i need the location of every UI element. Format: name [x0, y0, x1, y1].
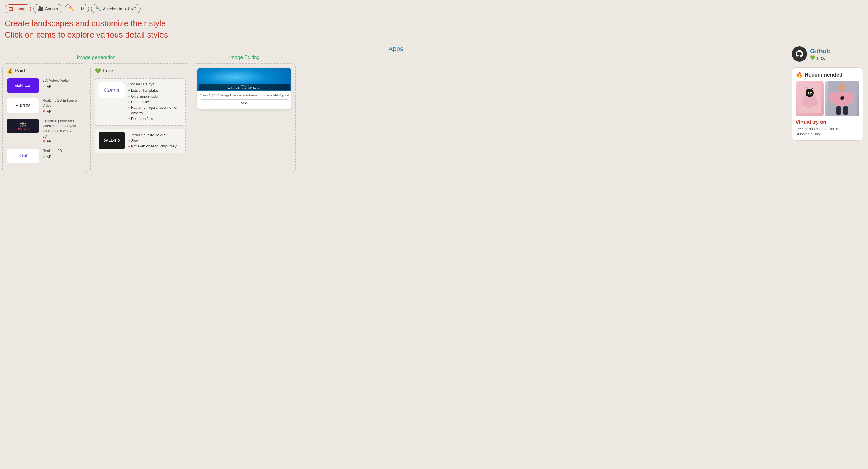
photoai-logo[interactable]: 📸 PHOTO AI	[7, 119, 39, 133]
svg-point-6	[810, 92, 812, 94]
fal-logo[interactable]: ⁘ fal	[7, 149, 39, 163]
image-editing-section: Image Editing Clarity AIAI Image Upscale…	[193, 55, 296, 173]
canva-con-2: −Poor Interface	[128, 116, 182, 122]
free-column: 💚 Free Canva Free for 30 Days +Lo	[90, 63, 190, 173]
editing-inner: Clarity AIAI Image Upscaler & Enhancer C…	[193, 63, 296, 173]
photoai-info: Generate photo and video content for you…	[42, 119, 83, 143]
check-icon: ✓	[42, 85, 45, 89]
nav-llm-label: LLM	[76, 6, 85, 11]
photoai-api-label: API	[46, 139, 52, 143]
clarity-title: Clarity AI | #1 AI Image Upscaler & Enha…	[200, 94, 289, 98]
canva-details: Free for 30 Days +Lots of Templates +Onl…	[128, 82, 182, 122]
github-title: Github	[810, 48, 831, 55]
recommended-header: 🔥 Recommended	[796, 71, 860, 78]
krea-logo[interactable]: ✦ KREA	[7, 98, 39, 113]
nav-image-button[interactable]: 🖼 Image	[5, 4, 31, 13]
krea-api-label: API	[46, 110, 52, 114]
dalle3-con-1: −Terrible quality via API	[128, 132, 182, 138]
check-icon2: ✓	[42, 155, 45, 159]
nav-accelerators-label: Accelerators & VC	[103, 6, 136, 11]
nav-agents-button[interactable]: 🎥 Agents	[33, 4, 62, 13]
canva-text: Canva	[104, 87, 119, 94]
dalle3-con-3: −Not even close to Midjourney	[128, 144, 182, 149]
main-layout: Apps Image generation 💰 Paid	[0, 45, 868, 173]
nav-llm-button[interactable]: ✏️ LLM	[65, 4, 89, 13]
canva-pro-2: +Only simple tools	[128, 94, 182, 99]
fal-api-badge: ✓ API	[42, 155, 83, 159]
github-free-icon: 💚	[810, 55, 815, 60]
dalle3-cons: −Terrible quality via API −Slow −Not eve…	[128, 132, 182, 150]
clarity-banner-label: Clarity AIAI Image Upscaler & Enhancer	[198, 84, 290, 90]
krea-info: Realtime 2D Enhancer Video ✗ API	[42, 98, 83, 114]
paid-header: 💰 Paid	[7, 68, 83, 74]
canva-pro-1: +Lots of Templates	[128, 88, 182, 94]
recommended-label: Recommended	[805, 72, 842, 78]
stability-item: stability.ai 2D, Video, Audio ✓ API	[7, 78, 83, 93]
image-gen-columns: 💰 Paid stability.ai 2D, Video, Audio	[2, 63, 190, 173]
image-generation-title: Image generation	[2, 55, 190, 60]
dalle3-details: −Terrible quality via API −Slow −Not eve…	[128, 132, 182, 150]
photoai-sublabel: 2D	[42, 134, 83, 139]
apps-columns: Image generation 💰 Paid stability.ai	[2, 55, 789, 173]
canva-pro-3: +Community	[128, 99, 182, 105]
clarity-body: Clarity AI | #1 AI Image Upscaler & Enha…	[197, 91, 291, 110]
right-panel: Github 💚 Free 🔥 Recommended	[789, 45, 866, 173]
github-icon[interactable]	[792, 46, 807, 62]
canva-sublabel: Free for 30 Days	[128, 82, 182, 86]
fire-icon: 🔥	[796, 71, 803, 78]
cross-icon2: ✗	[42, 139, 45, 143]
cat-sweater-svg	[798, 84, 822, 114]
image-editing-title: Image Editing	[193, 55, 296, 60]
canva-con-1: −Rather for regular user not for experts	[128, 105, 182, 116]
clarity-image: Clarity AIAI Image Upscaler & Enhancer	[197, 68, 291, 91]
krea-desc: Realtime 2D Enhancer Video	[42, 98, 83, 108]
image-generation-section: Image generation 💰 Paid stability.ai	[2, 55, 190, 173]
clarity-visit-button[interactable]: Visit	[200, 99, 289, 107]
rec-image-left	[796, 81, 824, 116]
krea-item: ✦ KREA Realtime 2D Enhancer Video ✗ API	[7, 98, 83, 114]
apps-section: Apps Image generation 💰 Paid	[2, 45, 789, 173]
svg-rect-12	[836, 106, 841, 115]
nav-agents-label: Agents	[45, 6, 58, 11]
free-header: 💚 Free	[95, 68, 186, 74]
dalle3-card[interactable]: DALL·E 3 −Terrible quality via API −Slow…	[95, 129, 186, 153]
svg-point-2	[806, 89, 814, 97]
free-icon: 💚	[95, 68, 101, 74]
recommended-desc: Free for non-commercial use Stunning qua…	[796, 126, 860, 137]
fal-item: ⁘ fal Realtime 2D ✓ API	[7, 149, 83, 163]
free-label: Free	[103, 68, 113, 74]
svg-rect-13	[843, 106, 848, 115]
agents-icon: 🎥	[38, 6, 43, 11]
photoai-api-badge: ✗ API	[42, 139, 83, 143]
dalle3-logo[interactable]: DALL·E 3	[98, 132, 125, 149]
github-free: 💚 Free	[810, 55, 831, 60]
svg-point-8	[838, 84, 846, 92]
krea-api-badge: ✗ API	[42, 110, 83, 114]
page-heading: Create landscapes and customize their st…	[0, 18, 868, 45]
fal-label: fal	[22, 153, 28, 159]
paid-icon: 💰	[7, 68, 13, 74]
paid-label: Paid	[15, 68, 25, 74]
canva-card[interactable]: Canva Free for 30 Days +Lots of Template…	[95, 78, 186, 125]
fal-desc: Realtime 2D	[42, 149, 83, 154]
fal-api-label: API	[46, 155, 52, 159]
accelerators-icon: 🔧	[96, 6, 101, 11]
recommended-card[interactable]: 🔥 Recommended	[792, 67, 863, 141]
rec-image-right	[825, 81, 860, 116]
dalle3-label: DALL·E 3	[103, 139, 120, 142]
github-free-label: Free	[817, 55, 826, 60]
stability-api-badge: ✓ API	[42, 85, 83, 89]
recommended-images	[796, 81, 860, 116]
rec-desc-line1: Free for non-commercial use	[796, 126, 860, 132]
heading-line1: Create landscapes and customize their st…	[5, 18, 863, 29]
svg-point-5	[808, 92, 809, 94]
nav-accelerators-button[interactable]: 🔧 Accelerators & VC	[91, 4, 141, 13]
stability-info: 2D, Video, Audio ✓ API	[42, 78, 83, 89]
apps-title: Apps	[2, 45, 789, 53]
stability-logo[interactable]: stability.ai	[7, 78, 39, 93]
github-info: Github 💚 Free	[810, 48, 831, 60]
clarity-card[interactable]: Clarity AIAI Image Upscaler & Enhancer C…	[197, 68, 291, 110]
canva-logo[interactable]: Canva	[98, 82, 125, 98]
heading-line2: Click on items to explore various detail…	[5, 29, 863, 40]
photoai-desc: Generate photo and video content for you…	[42, 119, 83, 133]
